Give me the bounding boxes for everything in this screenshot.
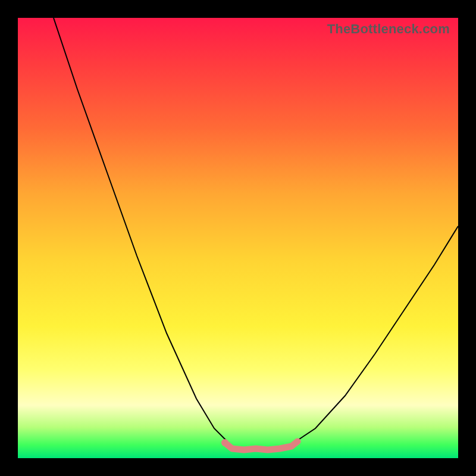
right-curve [298,226,458,440]
trough-start-dot [221,439,228,446]
left-curve [54,18,226,440]
plot-area: TheBottleneck.com [18,18,458,458]
chart-svg [18,18,458,458]
trough-squiggle [225,441,298,450]
